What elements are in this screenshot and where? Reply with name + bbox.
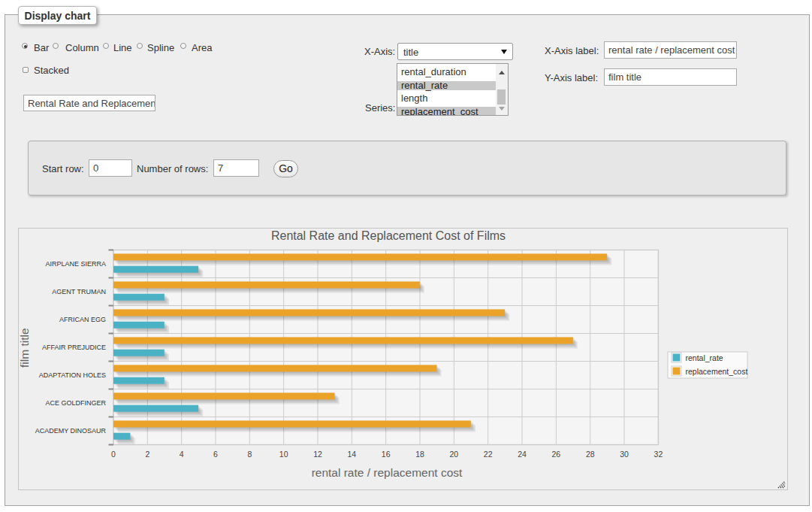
svg-text:20: 20 xyxy=(450,450,459,459)
svg-text:AFFAIR PREJUDICE: AFFAIR PREJUDICE xyxy=(42,344,106,351)
svg-text:ADAPTATION HOLES: ADAPTATION HOLES xyxy=(39,371,106,379)
svg-text:2: 2 xyxy=(145,450,149,459)
svg-text:10: 10 xyxy=(279,450,288,459)
svg-text:18: 18 xyxy=(415,450,424,459)
svg-text:AFRICAN EGG: AFRICAN EGG xyxy=(59,316,106,323)
svg-text:4: 4 xyxy=(180,450,184,459)
svg-text:AGENT TRUMAN: AGENT TRUMAN xyxy=(52,288,106,295)
svg-text:ACADEMY DINOSAUR: ACADEMY DINOSAUR xyxy=(35,427,107,435)
svg-text:30: 30 xyxy=(620,450,629,459)
svg-text:Rental Rate and Replacement Co: Rental Rate and Replacement Cost of Film… xyxy=(271,229,506,242)
svg-text:26: 26 xyxy=(552,450,561,459)
svg-text:6: 6 xyxy=(213,450,218,459)
svg-text:22: 22 xyxy=(484,450,493,459)
svg-text:ACE GOLDFINGER: ACE GOLDFINGER xyxy=(45,399,106,407)
svg-text:replacement_cost: replacement_cost xyxy=(686,367,748,376)
svg-text:16: 16 xyxy=(382,450,391,459)
svg-text:12: 12 xyxy=(313,450,322,459)
svg-text:14: 14 xyxy=(348,450,357,459)
svg-text:28: 28 xyxy=(586,450,595,459)
svg-text:32: 32 xyxy=(654,450,663,459)
svg-text:AIRPLANE SIERRA: AIRPLANE SIERRA xyxy=(45,260,106,268)
svg-text:0: 0 xyxy=(111,450,116,459)
svg-text:rental rate / replacement cost: rental rate / replacement cost xyxy=(312,466,463,479)
svg-text:24: 24 xyxy=(518,450,527,459)
svg-text:film title: film title xyxy=(19,328,32,368)
svg-text:8: 8 xyxy=(247,450,252,459)
svg-text:rental_rate: rental_rate xyxy=(686,353,723,362)
